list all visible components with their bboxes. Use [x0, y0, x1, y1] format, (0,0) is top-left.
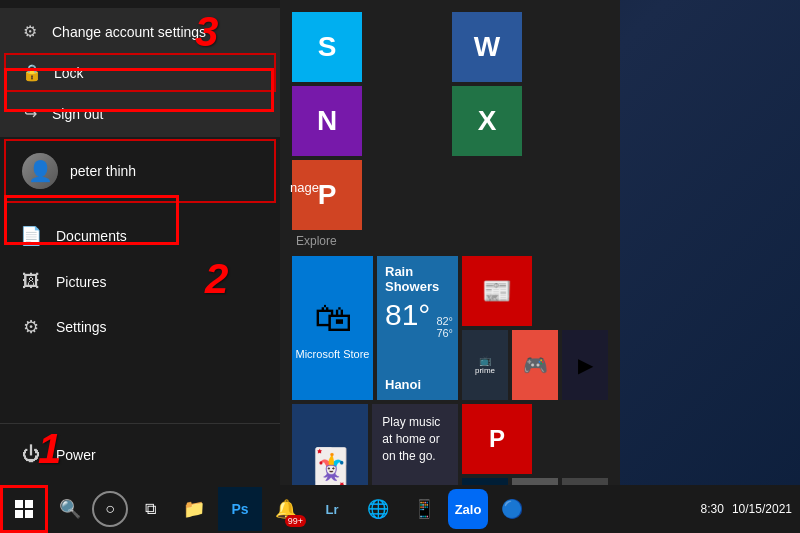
play-group: P Ps ◀ ▶ Play [462, 404, 608, 485]
start-menu-tiles: S W N X P Explore [280, 0, 620, 485]
start-nav-items: 📄 Documents 🖼 Pictures ⚙ Settings [0, 205, 280, 423]
file-explorer-taskbar[interactable]: 📁 [172, 487, 216, 531]
top-apps-group: S W N X P [292, 12, 608, 230]
weather-tile[interactable]: Rain Showers 81° 82°76° Hanoi [377, 256, 458, 400]
chrome-icon: 🔵 [501, 498, 523, 520]
taskbar-tray: 8:30 10/15/2021 [701, 502, 800, 516]
user-popup: ⚙ Change account settings 🔒 Lock ↪ Sign … [0, 8, 280, 137]
edge-icon: 🌐 [367, 498, 389, 520]
pictures-icon: 🖼 [20, 271, 42, 292]
tray-date: 10/15/2021 [732, 502, 792, 516]
weather-content: Rain Showers 81° 82°76° Hanoi [377, 256, 458, 400]
skype-tile[interactable]: S [292, 12, 362, 82]
chrome-taskbar[interactable]: 🔵 [490, 487, 534, 531]
solitaire-icon: 🃏 [307, 446, 354, 485]
gear-icon: ⚙ [20, 22, 40, 41]
microsoft-store-tile[interactable]: 🛍 Microsoft Store [292, 256, 373, 400]
unknown-tile[interactable]: ◀ [512, 478, 558, 485]
start-menu: ⚙ Change account settings 🔒 Lock ↪ Sign … [0, 0, 620, 485]
task-view-button[interactable]: ⧉ [132, 491, 168, 527]
start-button[interactable] [0, 485, 48, 533]
lock-item[interactable]: 🔒 Lock [4, 53, 276, 92]
windows-logo-icon [15, 500, 33, 518]
cortana-button[interactable]: ○ [92, 491, 128, 527]
excel-tile[interactable]: X [452, 86, 522, 156]
taskbar: 🔍 ○ ⧉ 📁 Ps 🔔 99+ Lr 🌐 [0, 485, 800, 533]
notification-taskbar[interactable]: 🔔 99+ [264, 487, 308, 531]
game-tile[interactable]: 🎮 [512, 330, 558, 400]
zalo-taskbar[interactable]: Zalo [448, 489, 488, 529]
solitaire-tile[interactable]: 🃏 Solitaire [292, 404, 368, 485]
search-icon: 🔍 [59, 498, 81, 520]
taskbar-apps: 📁 Ps 🔔 99+ Lr 🌐 📱 Zalo 🔵 [172, 487, 701, 531]
photoshop-tile-play[interactable]: Ps [462, 478, 508, 485]
video-tile[interactable]: ▶ [562, 330, 608, 400]
taskbar-search-button[interactable]: 🔍 [52, 491, 88, 527]
file-explorer-icon: 📁 [183, 498, 205, 520]
right-tiles-group: 📰 📺 prime 🎮 ▶ [462, 256, 608, 400]
spotify-sublabel: Play music at home or on the go. [382, 414, 448, 464]
lightroom-icon: Lr [326, 502, 339, 517]
settings-icon: ⚙ [20, 316, 42, 338]
sub-tile-group: 📺 prime 🎮 ▶ [462, 330, 608, 400]
explore-label: Explore [292, 234, 608, 248]
settings-nav-item[interactable]: ⚙ Settings [0, 304, 280, 350]
change-account-item[interactable]: ⚙ Change account settings [0, 12, 280, 51]
notification-badge: 99+ [285, 515, 306, 527]
news-tile[interactable]: 📰 [462, 256, 532, 326]
signout-icon: ↪ [20, 104, 40, 123]
cortana-icon: ○ [105, 500, 115, 518]
start-bottom: ⏻ Power [0, 423, 280, 485]
tray-time: 8:30 [701, 502, 724, 516]
manager-text: nager [290, 180, 323, 195]
viber-taskbar[interactable]: 📱 [402, 487, 446, 531]
desktop: nager ⚙ Change account settings 🔒 Lock ↪… [0, 0, 800, 533]
start-menu-left: ⚙ Change account settings 🔒 Lock ↪ Sign … [0, 0, 280, 485]
sign-out-item[interactable]: ↪ Sign out [0, 94, 280, 133]
photoshop-icon: Ps [231, 501, 248, 517]
play-tile[interactable]: ▶ [562, 478, 608, 485]
explore-row: 🛍 Microsoft Store Rain Showers 81° 82°76… [292, 256, 608, 400]
documents-nav-item[interactable]: 📄 Documents [0, 213, 280, 259]
spotify-tile[interactable]: Play music at home or on the go. Spotify… [372, 404, 458, 485]
word-tile[interactable]: W [452, 12, 522, 82]
power-item[interactable]: ⏻ Power [0, 432, 280, 477]
pictures-nav-item[interactable]: 🖼 Pictures [0, 259, 280, 304]
play-sub-group: Ps ◀ ▶ [462, 478, 608, 485]
zalo-icon: Zalo [455, 502, 482, 517]
onenote-tile[interactable]: N [292, 86, 362, 156]
power-icon: ⏻ [20, 444, 42, 465]
viber-icon: 📱 [413, 498, 435, 520]
explore-row-2: 🃏 Solitaire Play music at home or on the… [292, 404, 608, 485]
pinterest-tile[interactable]: P [462, 404, 532, 474]
user-profile-row[interactable]: 👤 peter thinh [4, 139, 276, 203]
photoshop-taskbar[interactable]: Ps [218, 487, 262, 531]
lock-icon: 🔒 [22, 63, 42, 82]
prime-video-tile[interactable]: 📺 prime [462, 330, 508, 400]
avatar-image: 👤 [22, 153, 58, 189]
document-icon: 📄 [20, 225, 42, 247]
user-name: peter thinh [70, 163, 136, 179]
edge-taskbar[interactable]: 🌐 [356, 487, 400, 531]
user-avatar: 👤 [22, 153, 58, 189]
lightroom-taskbar[interactable]: Lr [310, 487, 354, 531]
powerpoint-tile[interactable]: P [292, 160, 362, 230]
news-icon: 📰 [482, 277, 512, 305]
store-icon: 🛍 [314, 297, 352, 340]
task-view-icon: ⧉ [145, 500, 156, 518]
